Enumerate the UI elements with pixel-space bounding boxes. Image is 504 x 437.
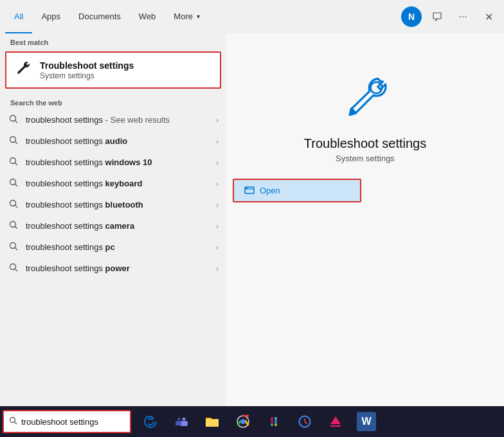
list-item[interactable]: troubleshoot settings power › [0, 258, 226, 279]
svg-line-7 [15, 184, 18, 187]
chevron-down-icon: ▾ [197, 13, 200, 20]
svg-point-28 [271, 417, 273, 420]
left-spacer [0, 279, 226, 406]
result-text: troubleshoot settings camera [26, 221, 210, 231]
svg-point-8 [10, 201, 16, 206]
search-icon [8, 199, 19, 210]
svg-rect-19 [246, 188, 248, 189]
web-results-section: Search the web troubleshoot settings - S… [0, 94, 226, 279]
result-text: troubleshoot settings pc [26, 242, 210, 252]
list-item[interactable]: troubleshoot settings pc › [0, 236, 226, 258]
right-panel: Troubleshoot settings System settings Op… [226, 33, 504, 406]
svg-point-30 [271, 424, 273, 426]
chevron-right-icon: › [216, 222, 219, 230]
search-icon [8, 114, 19, 125]
search-icon [8, 178, 19, 189]
list-item[interactable]: troubleshoot settings audio › [0, 130, 226, 152]
svg-point-31 [274, 424, 277, 426]
avatar[interactable]: N [401, 6, 422, 27]
nav-right-controls: N ··· ✕ [401, 6, 499, 27]
chevron-right-icon: › [216, 244, 219, 251]
taskbar-app-slack[interactable] [260, 407, 288, 436]
list-item[interactable]: troubleshoot settings bluetooth › [0, 194, 226, 215]
svg-line-5 [15, 163, 18, 166]
taskbar-apps: W [136, 407, 504, 436]
best-match-item[interactable]: Troubleshoot settings System settings [5, 51, 221, 89]
svg-rect-32 [271, 420, 273, 424]
open-button-row: Open [233, 179, 498, 202]
taskbar-search-icon [9, 416, 17, 427]
svg-point-2 [10, 137, 16, 143]
taskbar-app-teams[interactable] [167, 407, 195, 436]
taskbar-search[interactable]: troubleshoot settings [3, 410, 131, 433]
taskbar-app-word[interactable]: W [352, 407, 381, 436]
svg-point-0 [10, 116, 16, 121]
chevron-right-icon: › [216, 116, 219, 124]
tab-all[interactable]: All [5, 0, 32, 33]
tab-web[interactable]: Web [130, 0, 165, 33]
result-text: troubleshoot settings - See web results [26, 115, 210, 125]
list-item[interactable]: troubleshoot settings windows 10 › [0, 152, 226, 173]
taskbar-app-explorer[interactable] [198, 407, 226, 436]
best-match-text: Troubleshoot settings System settings [40, 60, 134, 80]
taskbar-app-paint[interactable] [321, 407, 350, 436]
svg-rect-25 [176, 421, 181, 425]
search-icon [8, 136, 19, 147]
svg-point-6 [10, 179, 16, 185]
svg-point-29 [274, 417, 277, 420]
tab-documents[interactable]: Documents [69, 0, 130, 33]
list-item[interactable]: troubleshoot settings - See web results … [0, 109, 226, 130]
best-match-subtitle: System settings [40, 71, 134, 80]
chevron-right-icon: › [216, 265, 219, 272]
svg-point-12 [10, 243, 16, 249]
right-subtitle: System settings [336, 154, 395, 163]
best-match-title: Troubleshoot settings [40, 60, 134, 71]
svg-point-27 [240, 419, 246, 424]
svg-line-13 [15, 248, 18, 251]
best-match-label: Best match [0, 33, 226, 49]
tab-more[interactable]: More ▾ [165, 0, 209, 33]
open-button[interactable]: Open [233, 179, 361, 202]
right-title: Troubleshoot settings [304, 136, 426, 151]
svg-point-16 [370, 82, 382, 94]
svg-point-22 [183, 418, 186, 421]
svg-point-24 [178, 418, 181, 420]
svg-line-1 [15, 121, 18, 123]
svg-line-3 [15, 142, 18, 145]
taskbar-app-gsuite[interactable] [291, 407, 319, 436]
chevron-right-icon: › [216, 180, 219, 188]
search-icon [8, 263, 19, 274]
svg-line-15 [15, 269, 18, 272]
feedback-icon[interactable] [427, 6, 447, 27]
svg-point-14 [10, 264, 16, 270]
svg-line-9 [15, 206, 18, 208]
svg-point-20 [10, 418, 15, 423]
ellipsis-icon[interactable]: ··· [453, 6, 473, 27]
taskbar-app-chrome[interactable] [229, 407, 257, 436]
result-text: troubleshoot settings audio [26, 136, 210, 146]
taskbar-app-edge[interactable] [136, 407, 165, 436]
svg-point-10 [10, 222, 16, 227]
result-text: troubleshoot settings windows 10 [26, 157, 210, 167]
wrench-icon [14, 59, 32, 81]
svg-point-4 [10, 158, 16, 164]
search-icon [8, 242, 19, 253]
result-text: troubleshoot settings power [26, 263, 210, 273]
search-panel: All Apps Documents Web More ▾ N ··· ✕ [0, 0, 504, 437]
list-item[interactable]: troubleshoot settings keyboard › [0, 173, 226, 194]
open-window-icon [244, 185, 255, 196]
nav-tabs: All Apps Documents Web More ▾ N ··· ✕ [0, 0, 504, 33]
web-section-label: Search the web [0, 94, 226, 109]
content-area: Best match Troubleshoot settings System … [0, 33, 504, 406]
svg-rect-33 [274, 420, 277, 424]
chevron-right-icon: › [216, 159, 219, 166]
taskbar-search-text: troubleshoot settings [21, 417, 98, 427]
tab-apps[interactable]: Apps [32, 0, 69, 33]
result-text: troubleshoot settings bluetooth [26, 200, 210, 210]
result-text: troubleshoot settings keyboard [26, 179, 210, 188]
list-item[interactable]: troubleshoot settings camera › [0, 215, 226, 236]
chevron-right-icon: › [216, 138, 219, 145]
taskbar: troubleshoot settings [0, 406, 504, 437]
close-icon[interactable]: ✕ [478, 6, 499, 27]
search-icon [8, 157, 19, 168]
